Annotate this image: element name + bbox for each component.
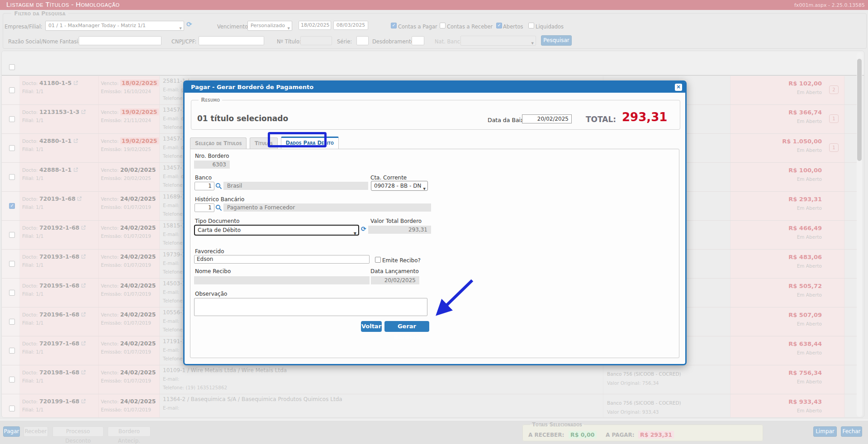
- tipo-documento-select[interactable]: Carta de Débito ▼: [194, 225, 359, 236]
- cta-corrente-value: 090728 - BB - DN: [374, 183, 421, 189]
- search-icon[interactable]: [215, 183, 222, 189]
- nro-bordero-input: 6303: [194, 161, 230, 169]
- observacao-label: Observação: [195, 291, 227, 297]
- favorecido-input[interactable]: Edson: [194, 255, 370, 264]
- dados-para-debito-panel: Nro. Bordero 6303 Banco 1 Brasil Cta. Co…: [190, 149, 679, 358]
- gerar-bordero-button[interactable]: Gerar Borderô: [384, 321, 429, 332]
- cta-corrente-select[interactable]: 090728 - BB - DN ▼: [371, 181, 428, 191]
- modal-tabs: Seleção de Títulos Títulos Dados Para Dé…: [190, 137, 340, 149]
- nome-recibo-label: Nome Recibo: [195, 268, 231, 274]
- total-value: 293,31: [622, 110, 667, 124]
- emite-recibo-label: Emite Recibo?: [382, 257, 421, 264]
- tab-selecao-de-titulos[interactable]: Seleção de Títulos: [190, 137, 247, 149]
- data-lancamento-label: Data Lançamento: [370, 268, 419, 274]
- close-icon[interactable]: ×: [675, 84, 682, 91]
- favorecido-label: Favorecido: [195, 248, 224, 255]
- emite-recibo-checkbox[interactable]: [375, 257, 381, 263]
- valor-total-bordero-input: 293,31: [368, 226, 431, 234]
- banco-code-input[interactable]: 1: [194, 182, 214, 190]
- historico-bancario-label: Histórico Bancário: [195, 196, 244, 203]
- resumo-legend: Resumo: [199, 97, 222, 103]
- valor-total-bordero-label: Valor Total Bordero: [370, 218, 422, 224]
- refresh-icon[interactable]: ⟳: [361, 225, 366, 232]
- nome-recibo-input: [194, 276, 370, 284]
- selected-count-text: 01 título selecionado: [197, 114, 288, 123]
- banco-name-field: Brasil: [223, 182, 368, 190]
- tipo-documento-value: Carta de Débito: [198, 227, 241, 233]
- voltar-button[interactable]: Voltar: [361, 321, 382, 332]
- modal-title: Pagar - Gerar Borderô de Pagamento: [191, 84, 313, 90]
- resumo-box: Resumo 01 título selecionado Data da Bai…: [191, 97, 680, 130]
- chevron-down-icon: ▼: [354, 229, 356, 236]
- historico-code-input[interactable]: 1: [194, 203, 214, 212]
- nro-bordero-label: Nro. Bordero: [195, 153, 229, 159]
- tipo-documento-label: Tipo Documento: [195, 218, 240, 224]
- modal-title-bar[interactable]: Pagar - Gerar Borderô de Pagamento ×: [185, 82, 685, 93]
- historico-name-field: Pagamento a Fornecedor: [223, 203, 431, 212]
- search-icon[interactable]: [215, 204, 222, 211]
- app-page: Listagem de Títulos - Homologação fx001m…: [0, 0, 868, 444]
- cta-corrente-label: Cta. Corrente: [370, 175, 407, 181]
- tab-dados-para-debito[interactable]: Dados Para Débito: [281, 137, 339, 149]
- chevron-down-icon: ▼: [423, 184, 426, 191]
- banco-label: Banco: [195, 175, 212, 181]
- data-lancamento-input: 20/02/2025: [371, 276, 419, 284]
- payment-bordero-modal: Pagar - Gerar Borderô de Pagamento × Res…: [183, 80, 687, 365]
- modal-body: Resumo 01 título selecionado Data da Bai…: [185, 93, 685, 364]
- total-label: TOTAL:: [586, 115, 616, 124]
- data-baixa-input[interactable]: 20/02/2025: [522, 114, 572, 123]
- tab-titulos[interactable]: Títulos: [250, 137, 278, 149]
- observacao-textarea[interactable]: [194, 298, 427, 316]
